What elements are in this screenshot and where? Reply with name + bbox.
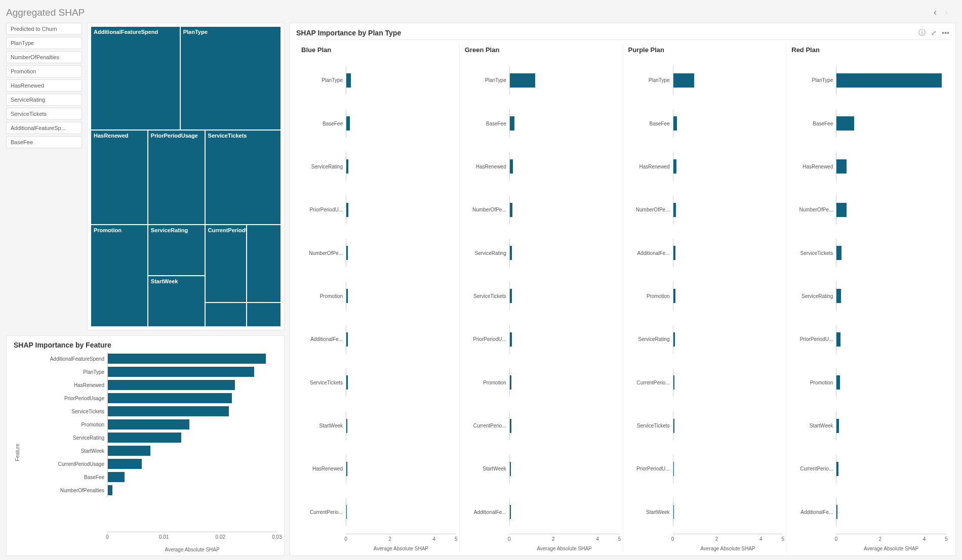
facet-bar[interactable] xyxy=(510,246,512,260)
filter-pill[interactable]: NumberOfPenalties xyxy=(6,51,82,63)
top-left-row: Predicted to ChurnPlanTypeNumberOfPenalt… xyxy=(6,23,285,330)
feature-bar[interactable] xyxy=(108,485,112,495)
info-icon[interactable]: ⓘ xyxy=(918,28,926,37)
feature-bar[interactable] xyxy=(108,380,235,390)
facet-bar[interactable] xyxy=(510,419,511,433)
facet-bar[interactable] xyxy=(346,332,348,347)
feature-chart-rows: AdditionalFeatureSpendPlanTypeHasRenewed… xyxy=(21,352,277,532)
facet-bar-track xyxy=(673,196,783,224)
facet-bar[interactable] xyxy=(510,73,535,88)
filter-pill[interactable]: ServiceTickets xyxy=(6,108,82,120)
feature-bar[interactable] xyxy=(108,446,150,456)
treemap-cell[interactable]: StartWeek xyxy=(148,276,205,327)
facet-bar[interactable] xyxy=(673,289,675,303)
facet-bar-track xyxy=(836,325,946,354)
feature-bar[interactable] xyxy=(108,419,189,429)
filter-pill[interactable]: PlanType xyxy=(6,37,82,49)
feature-bar-row: Promotion xyxy=(21,418,277,431)
feature-bar[interactable] xyxy=(108,393,232,403)
facet-bar[interactable] xyxy=(836,203,847,217)
facet-bar[interactable] xyxy=(673,375,675,390)
facet-bar[interactable] xyxy=(673,203,676,217)
facet-bar[interactable] xyxy=(510,505,511,519)
treemap-cell[interactable]: ServiceRating xyxy=(148,225,205,276)
feature-bar[interactable] xyxy=(108,459,142,469)
right-panel-header: SHAP Importance by Plan Type ⓘ ⤢ ••• xyxy=(296,28,949,37)
facet-bar[interactable] xyxy=(673,462,674,476)
facet-bar[interactable] xyxy=(510,332,512,347)
feature-bar[interactable] xyxy=(108,433,181,443)
treemap-cell[interactable] xyxy=(247,303,281,327)
facet-bar[interactable] xyxy=(346,159,348,174)
treemap[interactable]: AdditionalFeatureSpendPlanTypeHasRenewed… xyxy=(91,26,281,327)
treemap-cell[interactable]: ServiceTickets xyxy=(205,130,281,225)
facet-bar[interactable] xyxy=(673,332,675,347)
facet-bar[interactable] xyxy=(510,375,511,390)
facet-bar[interactable] xyxy=(836,332,840,347)
facet-bar[interactable] xyxy=(836,505,837,519)
facet-bar[interactable] xyxy=(836,462,838,476)
feature-bar-track xyxy=(107,457,277,470)
more-icon[interactable]: ••• xyxy=(942,29,949,37)
facet-bar-row: PlanType xyxy=(463,66,620,95)
treemap-cell[interactable]: PriorPeriodUsage xyxy=(148,130,205,225)
treemap-cell[interactable]: PlanType xyxy=(180,26,281,130)
filter-pill[interactable]: AdditionalFeatureSp... xyxy=(6,122,82,134)
facet-bar[interactable] xyxy=(673,73,694,88)
feature-bar-track xyxy=(107,431,277,444)
facet-bar[interactable] xyxy=(510,159,513,174)
feature-bar[interactable] xyxy=(108,472,125,482)
filter-pill[interactable]: Predicted to Churn xyxy=(6,23,82,35)
facet-bar[interactable] xyxy=(510,289,512,303)
facet-bar-track xyxy=(673,325,783,354)
filter-pill[interactable]: BaseFee xyxy=(6,136,82,148)
facet-bar[interactable] xyxy=(510,462,511,476)
feature-label: CurrentPeriodUsage xyxy=(21,461,107,467)
facet-bar[interactable] xyxy=(836,73,942,88)
facet-bar[interactable] xyxy=(346,289,348,303)
treemap-cell[interactable] xyxy=(205,303,247,327)
facet-bar[interactable] xyxy=(346,462,347,476)
filter-pill[interactable]: Promotion xyxy=(6,65,82,77)
treemap-cell[interactable]: HasRenewed xyxy=(91,130,148,225)
feature-label: PlanType xyxy=(21,369,107,375)
nav-prev-icon[interactable]: ‹ xyxy=(932,6,939,19)
facet-bar-row: BaseFee xyxy=(463,109,620,138)
facet-chart: PlanTypeBaseFeeServiceRatingPriorPeriodU… xyxy=(299,59,456,551)
facet-bar[interactable] xyxy=(346,73,351,88)
treemap-cell[interactable]: CurrentPeriodUsage xyxy=(205,225,247,303)
filter-pill[interactable]: ServiceRating xyxy=(6,94,82,106)
facet-bar[interactable] xyxy=(673,505,674,519)
facet-bar[interactable] xyxy=(673,246,675,260)
facet-bar[interactable] xyxy=(346,375,348,390)
treemap-cell[interactable]: AdditionalFeatureSpend xyxy=(91,26,180,130)
facet-bar[interactable] xyxy=(836,116,854,131)
facet-bar[interactable] xyxy=(673,159,676,174)
feature-bar-row: PlanType xyxy=(21,365,277,378)
facet-bar[interactable] xyxy=(510,116,515,131)
facet-bar[interactable] xyxy=(836,159,847,174)
treemap-cell[interactable]: Promotion xyxy=(91,225,148,327)
facet-bar[interactable] xyxy=(673,116,677,131)
feature-bar[interactable] xyxy=(108,367,254,377)
expand-icon[interactable]: ⤢ xyxy=(931,29,937,37)
facet-bar[interactable] xyxy=(836,246,841,260)
facet-bar-row: PriorPeriodU... xyxy=(299,196,456,224)
facet-bar[interactable] xyxy=(346,246,348,260)
facet-bar[interactable] xyxy=(836,419,838,433)
facet-bar-track xyxy=(509,282,620,310)
facet-bar[interactable] xyxy=(346,419,347,433)
feature-bar[interactable] xyxy=(108,406,229,416)
facet-bar[interactable] xyxy=(346,203,348,217)
facet-bar[interactable] xyxy=(346,116,350,131)
facet-bar[interactable] xyxy=(673,419,674,433)
facet-bar[interactable] xyxy=(836,289,841,303)
facet-bar[interactable] xyxy=(836,375,840,390)
facet-bar[interactable] xyxy=(346,505,347,519)
filter-pill[interactable]: HasRenewed xyxy=(6,79,82,92)
facet-bar-label: AdditionalFe... xyxy=(789,509,836,515)
feature-bar[interactable] xyxy=(108,354,266,364)
nav-arrows: ‹ › xyxy=(932,6,950,19)
facet-bar[interactable] xyxy=(510,203,512,217)
treemap-cell[interactable] xyxy=(247,225,281,303)
